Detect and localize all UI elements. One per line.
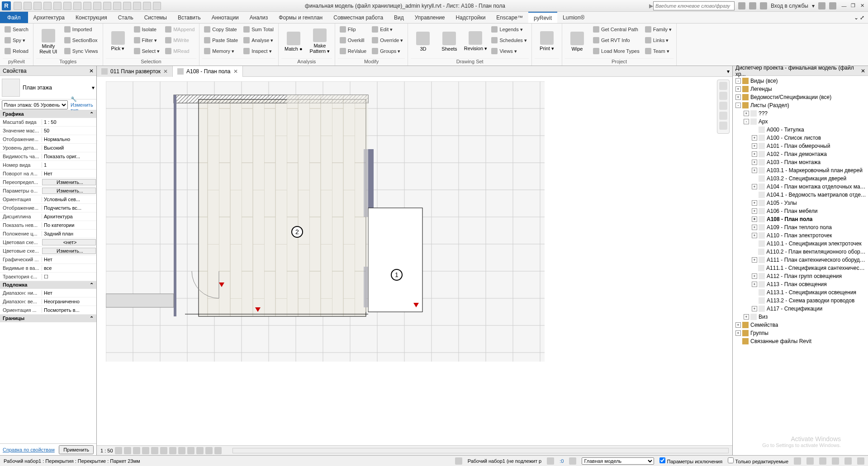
tree-node[interactable]: +Ведомости/Спецификации (все) (734, 93, 867, 101)
qat-close-icon[interactable] (133, 2, 141, 10)
tree-node[interactable]: -Арх (734, 118, 867, 126)
appstore-icon[interactable] (818, 2, 825, 9)
ribbon-button[interactable]: Reload (3, 46, 30, 56)
ribbon-button[interactable]: Isolate (132, 24, 162, 34)
prop-value[interactable]: Показать ориг... (42, 154, 96, 159)
view-scale[interactable]: 1 : 50 (100, 448, 113, 453)
signin-link[interactable]: Вход в службы (771, 3, 808, 9)
tab-аннотации[interactable]: Аннотации (206, 12, 244, 23)
prop-value[interactable]: Высокий (42, 145, 96, 151)
ribbon-button[interactable]: Sync Views (62, 46, 100, 56)
maximize-button[interactable]: ❐ (849, 2, 857, 9)
tab-file[interactable]: Файл (0, 12, 28, 23)
star-icon[interactable] (760, 2, 767, 9)
tree-node[interactable]: +A108 - План пола (734, 215, 867, 223)
tree-expand-icon[interactable]: + (752, 208, 757, 214)
prop-value[interactable]: По категории (42, 222, 96, 228)
tab-совместная-работа[interactable]: Совместная работа (328, 12, 389, 23)
tree-node[interactable]: +Группы (734, 329, 867, 337)
tree-expand-icon[interactable]: + (735, 86, 741, 92)
ribbon-button[interactable]: Override ▾ (370, 35, 405, 45)
tree-node[interactable]: A111.1 - Спецификация сантехнического о (734, 264, 867, 272)
tab-сталь[interactable]: Сталь (113, 12, 139, 23)
tree-expand-icon[interactable]: + (752, 217, 757, 222)
ribbon-button[interactable]: Filter ▾ (132, 35, 162, 45)
tab-системы[interactable]: Системы (139, 12, 172, 23)
ribbon-button[interactable]: MWrite (163, 35, 196, 45)
tree-expand-icon[interactable]: + (752, 233, 757, 238)
view-tab[interactable]: A108 - План пола✕ (173, 66, 243, 77)
properties-help-link[interactable]: Справка по свойствам (3, 447, 55, 452)
ribbon-expand-icon[interactable]: ⌄ ⤢ (850, 12, 868, 23)
tab-управление[interactable]: Управление (409, 12, 451, 23)
comm-icon[interactable] (749, 2, 756, 9)
temp-hide-icon[interactable] (187, 447, 194, 454)
qat-open-icon[interactable] (14, 2, 22, 10)
prop-value[interactable]: 1 (42, 162, 96, 168)
ribbon-button[interactable]: Groups ▾ (370, 46, 405, 56)
tab-формы-и-генплан[interactable]: Формы и генплан (273, 12, 328, 23)
status-workset[interactable]: Рабочий набор1 (не подлежит р (468, 458, 542, 464)
prop-value[interactable]: Изменить... (42, 179, 96, 185)
ribbon-button[interactable]: Schedules ▾ (489, 35, 528, 45)
reveal-icon[interactable] (196, 447, 204, 454)
qat-dim-icon[interactable] (83, 2, 91, 10)
ribbon-button[interactable]: ReValue (338, 46, 368, 56)
workset-icon[interactable] (455, 457, 462, 465)
tab-enscape-[interactable]: Enscape™ (491, 12, 528, 23)
link-status-icon[interactable] (547, 457, 554, 465)
prop-category[interactable]: Подложка⌃ (0, 281, 96, 289)
nav-2d-icon[interactable] (719, 92, 727, 100)
ribbon-button[interactable]: Get Central Path (591, 24, 641, 34)
tree-node[interactable]: +A117 - Спецификации (734, 305, 867, 313)
qat-thin-icon[interactable] (123, 2, 131, 10)
ribbon-button[interactable]: Team ▾ (643, 46, 674, 56)
search-icon[interactable] (738, 2, 745, 9)
ribbon-big-button[interactable]: Make Pattern ▾ (308, 24, 332, 58)
ribbon-button[interactable]: Select ▾ (132, 46, 162, 56)
properties-close-icon[interactable]: ✕ (89, 68, 94, 74)
tab-вставить[interactable]: Вставить (172, 12, 206, 23)
tab-архитектура[interactable]: Архитектура (28, 12, 71, 23)
tree-node[interactable]: +Семейства (734, 321, 867, 329)
analytical-icon[interactable] (214, 447, 222, 454)
help-icon[interactable] (829, 2, 836, 9)
tree-node[interactable]: +A106 - План мебели (734, 207, 867, 215)
ribbon-big-button[interactable]: Match ● (281, 24, 306, 58)
shadows-icon[interactable] (142, 447, 149, 454)
ribbon-button[interactable]: Links ▾ (643, 35, 674, 45)
prop-category[interactable]: Графика⌃ (0, 110, 96, 118)
prop-value[interactable]: Нормально (42, 137, 96, 142)
tree-expand-icon[interactable]: - (735, 78, 741, 84)
tree-node[interactable]: A000 - Титулка (734, 126, 867, 134)
prop-value[interactable]: Нет (42, 171, 96, 176)
prop-value[interactable]: 1 : 50 (42, 119, 96, 125)
instance-select[interactable]: План этажа: 05 Уровень (2, 100, 68, 109)
qat-redo-icon[interactable] (53, 2, 62, 10)
qat-undo-icon[interactable] (43, 2, 52, 10)
prop-value[interactable]: Изменить... (42, 248, 96, 254)
tree-expand-icon[interactable]: + (735, 330, 741, 336)
prop-value[interactable]: Условный сев... (42, 197, 96, 202)
qat-sync-icon[interactable] (33, 2, 42, 10)
prop-value[interactable]: ☐ (42, 274, 96, 280)
tree-node[interactable]: +A102 - План демонтажа (734, 150, 867, 158)
qat-text-icon[interactable] (93, 2, 101, 10)
ribbon-big-button[interactable]: Sheets (437, 24, 461, 58)
prop-category[interactable]: Границы⌃ (0, 315, 96, 322)
tree-node[interactable]: +A113 - План освещения (734, 280, 867, 288)
ribbon-button[interactable]: Overkill (338, 35, 368, 45)
rendering-icon[interactable] (151, 447, 158, 454)
worksharing-icon[interactable] (205, 447, 213, 454)
ribbon-button[interactable]: MRead (163, 46, 196, 56)
ribbon-button[interactable]: Memory ▾ (202, 46, 240, 56)
tab-конструкция[interactable]: Конструкция (70, 12, 113, 23)
select-underlay-icon[interactable] (806, 457, 814, 465)
drag-icon[interactable] (844, 457, 852, 465)
prop-value[interactable]: Архитектура (42, 214, 96, 219)
ribbon-button[interactable]: SectionBox (62, 35, 100, 45)
ribbon-button[interactable]: MAppend (163, 24, 196, 34)
tab-lumion-[interactable]: Lumion® (557, 12, 590, 23)
editable-check[interactable]: Только редактируемые (728, 457, 788, 464)
tab-анализ[interactable]: Анализ (244, 12, 274, 23)
